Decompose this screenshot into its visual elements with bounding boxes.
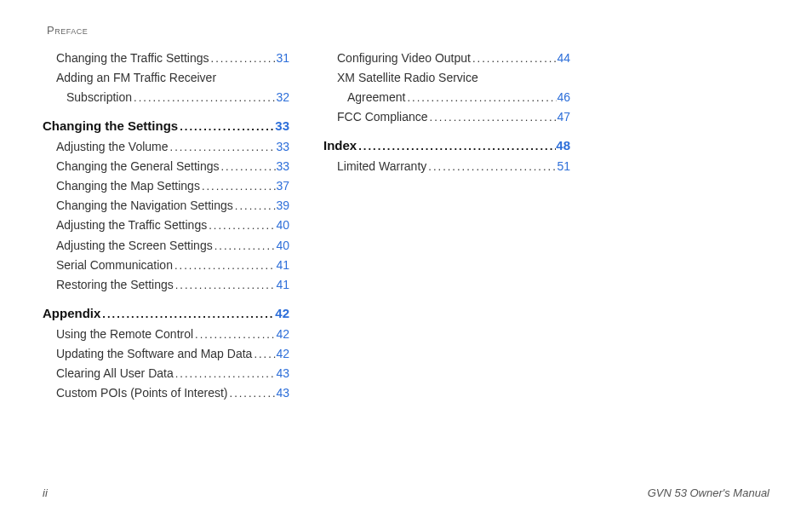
toc-dots bbox=[100, 305, 275, 323]
toc-page-number[interactable]: 44 bbox=[557, 49, 570, 68]
footer-manual-title: GVN 53 Owner's Manual bbox=[648, 486, 769, 499]
toc-dots bbox=[428, 108, 558, 126]
preface-header: Preface bbox=[43, 24, 769, 37]
toc-label: Adding an FM Traffic Receiver bbox=[56, 68, 216, 88]
toc-label: Using the Remote Control bbox=[56, 325, 193, 344]
toc-label: Changing the Map Settings bbox=[56, 176, 200, 196]
toc-page-number[interactable]: 47 bbox=[557, 107, 570, 127]
footer-page-number: ii bbox=[43, 486, 48, 499]
toc-label: XM Satellite Radio Service bbox=[337, 68, 478, 88]
toc-page-number[interactable]: 43 bbox=[276, 383, 289, 403]
toc-column-2: Configuring Video Output44XM Satellite R… bbox=[323, 49, 570, 403]
toc-label: Appendix bbox=[43, 303, 100, 325]
toc-label: Adjusting the Screen Settings bbox=[56, 236, 213, 256]
toc-page-number[interactable]: 48 bbox=[556, 135, 570, 157]
toc-dots bbox=[209, 49, 277, 67]
toc-dots bbox=[405, 89, 557, 106]
toc-page-number[interactable]: 42 bbox=[276, 325, 289, 344]
toc-entry[interactable]: Limited Warranty51 bbox=[323, 157, 570, 176]
toc-columns: Changing the Traffic Settings31Adding an… bbox=[43, 43, 769, 403]
toc-label: Adjusting the Volume bbox=[56, 137, 169, 157]
toc-page-number[interactable]: 40 bbox=[276, 216, 289, 235]
toc-section-heading[interactable]: Appendix 42 bbox=[43, 303, 289, 325]
toc-label: Changing the General Settings bbox=[56, 157, 219, 176]
toc-page-number[interactable]: 33 bbox=[276, 157, 289, 176]
toc-dots bbox=[471, 49, 557, 67]
toc-entry[interactable]: Changing the Traffic Settings31 bbox=[43, 49, 289, 68]
toc-page-number[interactable]: 31 bbox=[276, 49, 289, 68]
toc-label: Agreement bbox=[347, 88, 405, 107]
toc-page-number[interactable]: 43 bbox=[276, 364, 289, 383]
toc-section-heading[interactable]: Changing the Settings 33 bbox=[43, 116, 289, 137]
toc-label: Serial Communication bbox=[56, 256, 173, 275]
toc-entry[interactable]: Changing the Navigation Settings39 bbox=[43, 196, 289, 216]
toc-page-number[interactable]: 37 bbox=[276, 176, 289, 196]
toc-dots bbox=[178, 118, 275, 135]
toc-page-number[interactable]: 33 bbox=[276, 137, 289, 157]
toc-label: Changing the Navigation Settings bbox=[56, 196, 233, 216]
toc-entry[interactable]: Restoring the Settings41 bbox=[43, 275, 289, 295]
toc-entry[interactable]: FCC Compliance47 bbox=[323, 107, 570, 127]
toc-entry[interactable]: Changing the Map Settings37 bbox=[43, 176, 289, 196]
toc-entry[interactable]: Updating the Software and Map Data42 bbox=[43, 344, 289, 364]
toc-label: Limited Warranty bbox=[337, 157, 426, 176]
toc-dots bbox=[252, 345, 276, 363]
toc-label: Custom POIs (Points of Interest) bbox=[56, 383, 228, 403]
toc-dots bbox=[200, 177, 277, 195]
toc-dots bbox=[213, 237, 277, 255]
toc-label: Adjusting the Traffic Settings bbox=[56, 216, 207, 235]
toc-entry[interactable]: Serial Communication41 bbox=[43, 256, 289, 275]
toc-entry[interactable]: Using the Remote Control42 bbox=[43, 325, 289, 344]
toc-label: Subscription bbox=[66, 88, 132, 107]
toc-dots bbox=[173, 256, 276, 274]
toc-page-number[interactable]: 32 bbox=[276, 88, 289, 107]
toc-dots bbox=[426, 158, 557, 176]
toc-label: Restoring the Settings bbox=[56, 275, 174, 295]
toc-entry[interactable]: Subscription32 bbox=[43, 88, 289, 107]
toc-page-number[interactable]: 42 bbox=[275, 303, 289, 325]
toc-dots bbox=[193, 325, 276, 343]
toc-page-number[interactable]: 33 bbox=[275, 116, 289, 137]
toc-page-number[interactable]: 41 bbox=[276, 275, 289, 295]
toc-entry[interactable]: Clearing All User Data43 bbox=[43, 364, 289, 383]
toc-label: Changing the Settings bbox=[43, 116, 178, 137]
toc-dots bbox=[174, 276, 277, 294]
toc-page-number[interactable]: 51 bbox=[557, 157, 570, 176]
toc-entry[interactable]: Adjusting the Volume33 bbox=[43, 137, 289, 157]
toc-label: Index bbox=[323, 135, 357, 157]
toc-dots bbox=[357, 137, 556, 155]
toc-entry[interactable]: Agreement46 bbox=[323, 88, 570, 107]
toc-page-number[interactable]: 42 bbox=[276, 344, 289, 364]
toc-entry[interactable]: Adjusting the Traffic Settings40 bbox=[43, 216, 289, 235]
toc-dots bbox=[174, 365, 277, 383]
toc-dots bbox=[233, 197, 277, 215]
toc-label: Configuring Video Output bbox=[337, 49, 471, 68]
toc-entry[interactable]: Changing the General Settings33 bbox=[43, 157, 289, 176]
toc-entry[interactable]: Custom POIs (Points of Interest)43 bbox=[43, 383, 289, 403]
toc-page-number[interactable]: 39 bbox=[276, 196, 289, 216]
toc-entry[interactable]: Adjusting the Screen Settings40 bbox=[43, 236, 289, 256]
toc-dots bbox=[207, 216, 276, 234]
toc-dots bbox=[228, 384, 277, 402]
toc-page-number[interactable]: 41 bbox=[276, 256, 289, 275]
toc-entry[interactable]: Adding an FM Traffic Receiver bbox=[43, 68, 289, 88]
toc-column-1: Changing the Traffic Settings31Adding an… bbox=[43, 49, 289, 403]
toc-label: Updating the Software and Map Data bbox=[56, 344, 252, 364]
page-footer: ii GVN 53 Owner's Manual bbox=[43, 486, 769, 499]
toc-page-number[interactable]: 46 bbox=[557, 88, 570, 107]
toc-label: FCC Compliance bbox=[337, 107, 428, 127]
toc-label: Clearing All User Data bbox=[56, 364, 174, 383]
toc-page-number[interactable]: 40 bbox=[276, 236, 289, 256]
toc-entry[interactable]: Configuring Video Output44 bbox=[323, 49, 570, 68]
toc-label: Changing the Traffic Settings bbox=[56, 49, 209, 68]
toc-entry[interactable]: XM Satellite Radio Service bbox=[323, 68, 570, 88]
toc-dots bbox=[169, 138, 277, 156]
toc-dots bbox=[132, 89, 276, 106]
toc-dots bbox=[219, 158, 276, 176]
toc-section-heading[interactable]: Index 48 bbox=[323, 135, 570, 157]
